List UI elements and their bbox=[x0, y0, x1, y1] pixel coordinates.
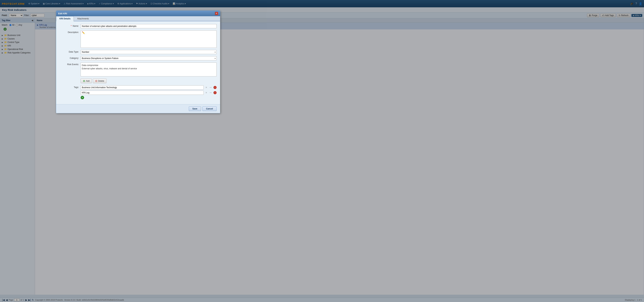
tag-remove-button-2[interactable]: − bbox=[214, 91, 216, 94]
name-row: * Name: bbox=[60, 24, 216, 28]
tags-label: Tags: bbox=[60, 85, 79, 89]
modal-titlebar: Edit KRI ✕ bbox=[56, 11, 220, 16]
pencil-icon: ✏️ bbox=[82, 31, 85, 34]
tag-row-2: ✕ ⋯ − bbox=[80, 91, 216, 95]
cancel-button[interactable]: Cancel bbox=[202, 107, 216, 111]
delete-circle-icon: ⊖ bbox=[95, 79, 97, 83]
category-row: Category: Business Disruptions or System… bbox=[60, 56, 216, 60]
tab-kri-details[interactable]: KRI Details bbox=[56, 16, 74, 21]
modal-close-button[interactable]: ✕ bbox=[215, 12, 218, 15]
data-type-label: Data Type: bbox=[60, 50, 79, 53]
save-button[interactable]: Save bbox=[189, 107, 201, 111]
tags-row: Tags: ✕ ⋯ − ✕ ⋯ − bbox=[60, 85, 216, 99]
modal-tabs: KRI Details Attachments bbox=[56, 16, 220, 21]
tags-area: ✕ ⋯ − ✕ ⋯ − + bbox=[80, 85, 216, 99]
category-select[interactable]: Business Disruptions or System Failure bbox=[80, 56, 216, 60]
add-circle-icon: ⊕ bbox=[83, 79, 85, 83]
modal-title: Edit KRI bbox=[58, 12, 67, 15]
required-star: * bbox=[71, 25, 72, 27]
risk-event-item: Data compromise bbox=[82, 64, 215, 67]
tag-row-1: ✕ ⋯ − bbox=[80, 85, 216, 90]
tag-more-button-1[interactable]: ⋯ bbox=[209, 86, 212, 89]
tag-input-2[interactable] bbox=[80, 91, 204, 95]
category-select-wrap: Business Disruptions or System Failure ▾ bbox=[80, 56, 216, 60]
risk-events-row: Risk Events: Data compromise External cy… bbox=[60, 62, 216, 76]
delete-button[interactable]: ⊖ Delete bbox=[93, 79, 106, 83]
category-label: Category: bbox=[60, 56, 79, 59]
modal-body: * Name: Description: ✏️ Data Type: Numbe… bbox=[56, 21, 220, 104]
add-delete-row: ⊕ Add ⊖ Delete bbox=[60, 79, 216, 83]
add-button[interactable]: ⊕ Add bbox=[80, 79, 92, 83]
risk-events-box: Data compromise External cyber attacks, … bbox=[80, 62, 216, 76]
risk-events-label: Risk Events: bbox=[60, 62, 79, 66]
tag-input-1[interactable] bbox=[80, 85, 204, 90]
data-type-select-wrap: Number Percentage Currency Text ▾ bbox=[80, 50, 216, 54]
add-tag-row-button[interactable]: + bbox=[80, 96, 84, 99]
description-area[interactable]: ✏️ bbox=[80, 30, 216, 48]
description-label: Description: bbox=[60, 30, 79, 33]
modal-footer: Save Cancel bbox=[56, 104, 220, 113]
data-type-select[interactable]: Number Percentage Currency Text bbox=[80, 50, 216, 54]
name-input[interactable] bbox=[80, 24, 216, 28]
modal-overlay: Edit KRI ✕ KRI Details Attachments * Nam… bbox=[0, 0, 644, 295]
tag-clear-button-2[interactable]: ✕ bbox=[205, 91, 208, 94]
tag-remove-button-1[interactable]: − bbox=[214, 86, 216, 89]
tag-more-button-2[interactable]: ⋯ bbox=[209, 91, 212, 94]
data-type-row: Data Type: Number Percentage Currency Te… bbox=[60, 50, 216, 54]
description-row: Description: ✏️ bbox=[60, 30, 216, 48]
risk-event-item: External cyber attacks, virus, malware a… bbox=[82, 67, 215, 70]
edit-kri-modal: Edit KRI ✕ KRI Details Attachments * Nam… bbox=[56, 10, 220, 113]
tag-clear-button-1[interactable]: ✕ bbox=[205, 86, 208, 89]
name-label: * Name: bbox=[60, 24, 79, 27]
tab-attachments[interactable]: Attachments bbox=[74, 16, 92, 21]
